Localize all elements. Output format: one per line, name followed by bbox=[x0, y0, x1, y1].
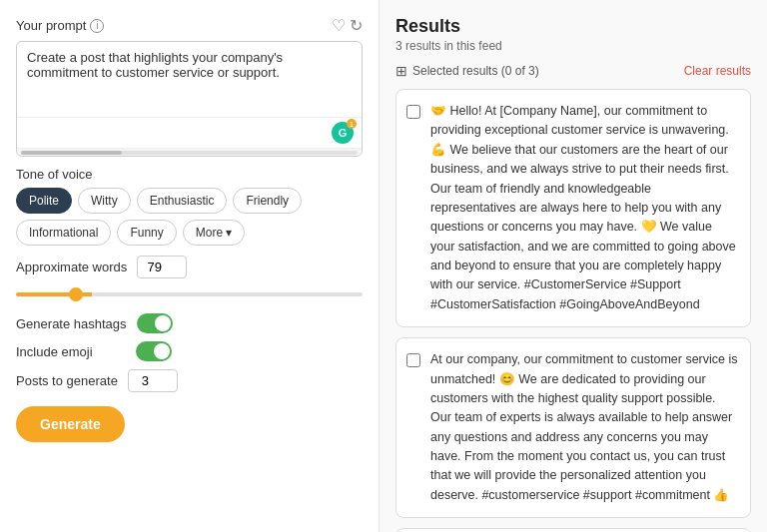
right-panel: Results 3 results in this feed ⊞ Selecte… bbox=[380, 0, 767, 532]
approx-words-input[interactable] bbox=[137, 256, 187, 278]
left-panel: Your prompt i ♡ ↻ G 1 Tone of voice Poli… bbox=[0, 0, 380, 532]
grammarly-badge: 1 bbox=[347, 119, 357, 129]
prompt-label-text: Your prompt bbox=[16, 18, 86, 33]
results-toolbar: ⊞ Selected results (0 of 3) Clear result… bbox=[395, 63, 751, 79]
emoji-toggle[interactable] bbox=[136, 341, 172, 361]
selected-results-label: ⊞ Selected results (0 of 3) bbox=[395, 63, 539, 79]
hashtags-toggle[interactable] bbox=[137, 313, 173, 333]
posts-label: Posts to generate bbox=[16, 373, 118, 388]
tone-buttons: Polite Witty Enthusiastic Friendly Infor… bbox=[16, 188, 363, 246]
result-card-3: 🌟 Hello there! At [Company Name], we tak… bbox=[395, 528, 751, 532]
grammarly-icon[interactable]: G 1 bbox=[332, 122, 354, 144]
prompt-info-icon[interactable]: i bbox=[90, 19, 104, 33]
chevron-down-icon: ▾ bbox=[226, 226, 232, 240]
tone-label: Tone of voice bbox=[16, 167, 363, 182]
prompt-box: G 1 bbox=[16, 41, 363, 157]
results-subtitle: 3 results in this feed bbox=[395, 39, 751, 53]
result-text-2: At our company, our commitment to custom… bbox=[430, 350, 738, 505]
favorite-icon[interactable]: ♡ bbox=[332, 16, 346, 35]
scrollbar-track bbox=[21, 151, 358, 155]
results-title: Results bbox=[395, 16, 751, 37]
approx-words-label: Approximate words bbox=[16, 260, 127, 274]
tone-friendly[interactable]: Friendly bbox=[233, 188, 302, 214]
tone-polite[interactable]: Polite bbox=[16, 188, 72, 214]
approx-words-row: Approximate words bbox=[16, 256, 363, 278]
hashtags-row: Generate hashtags bbox=[16, 313, 363, 333]
result-card-2: At our company, our commitment to custom… bbox=[395, 337, 751, 518]
tone-section: Tone of voice Polite Witty Enthusiastic … bbox=[16, 167, 363, 246]
result-checkbox-1[interactable] bbox=[406, 105, 420, 119]
refresh-icon[interactable]: ↻ bbox=[350, 16, 363, 35]
scrollbar-thumb bbox=[21, 151, 122, 155]
tone-enthusiastic[interactable]: Enthusiastic bbox=[137, 188, 228, 214]
clear-results-link[interactable]: Clear results bbox=[684, 64, 751, 78]
result-card-1: 🤝 Hello! At [Company Name], our commitme… bbox=[395, 89, 751, 327]
result-text-1: 🤝 Hello! At [Company Name], our commitme… bbox=[430, 102, 738, 314]
emoji-label: Include emoji bbox=[16, 344, 126, 359]
posts-row: Posts to generate bbox=[16, 369, 363, 392]
scrollbar-area bbox=[17, 148, 362, 156]
tone-witty[interactable]: Witty bbox=[78, 188, 131, 214]
prompt-section-label: Your prompt i ♡ ↻ bbox=[16, 16, 363, 35]
expand-icon[interactable]: ⊞ bbox=[395, 63, 407, 79]
prompt-actions: G 1 bbox=[17, 117, 362, 148]
tone-more[interactable]: More ▾ bbox=[183, 220, 245, 246]
prompt-textarea[interactable] bbox=[17, 42, 362, 114]
words-slider[interactable] bbox=[16, 292, 363, 296]
posts-input[interactable] bbox=[128, 369, 178, 392]
result-checkbox-2[interactable] bbox=[406, 353, 420, 367]
tone-funny[interactable]: Funny bbox=[117, 220, 176, 246]
emoji-row: Include emoji bbox=[16, 341, 363, 361]
slider-wrapper bbox=[16, 284, 363, 299]
hashtags-label: Generate hashtags bbox=[16, 316, 127, 331]
tone-informational[interactable]: Informational bbox=[16, 220, 111, 246]
generate-button[interactable]: Generate bbox=[16, 406, 125, 442]
